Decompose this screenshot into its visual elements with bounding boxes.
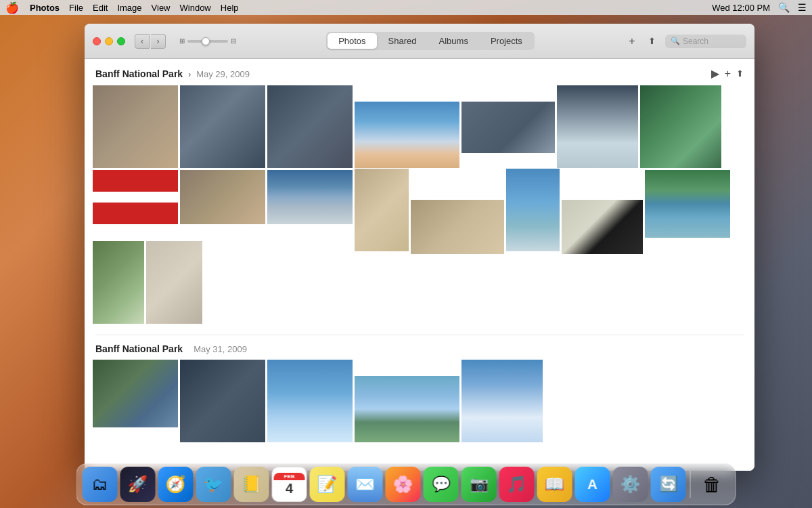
maximize-button[interactable] bbox=[117, 37, 125, 45]
minimize-button[interactable] bbox=[105, 37, 113, 45]
photo-item[interactable] bbox=[267, 170, 353, 224]
photo-item[interactable] bbox=[180, 85, 265, 168]
menubar-photos[interactable]: Photos bbox=[30, 3, 60, 13]
photo-item[interactable] bbox=[267, 85, 353, 168]
photo-item[interactable] bbox=[411, 200, 504, 254]
section-title-group-1: Banff National Park › May 29, 2009 bbox=[95, 68, 250, 79]
dock-mail[interactable]: ✉️ bbox=[348, 467, 383, 502]
traffic-lights bbox=[93, 37, 125, 45]
dock-notes[interactable]: 📝 bbox=[310, 467, 345, 502]
photo-item[interactable] bbox=[355, 102, 459, 168]
spotlight-icon[interactable]: 🔍 bbox=[778, 2, 790, 13]
photo-item[interactable] bbox=[146, 241, 202, 324]
photo-item[interactable] bbox=[180, 170, 265, 224]
add-to-album-button[interactable]: + bbox=[725, 68, 731, 80]
menubar-right: Wed 12:00 PM 🔍 ☰ bbox=[712, 2, 807, 13]
search-icon: 🔍 bbox=[671, 37, 680, 45]
tab-projects[interactable]: Projects bbox=[480, 33, 533, 49]
dock-finder[interactable]: 🗂 bbox=[83, 467, 118, 502]
apple-menu[interactable]: 🍎 bbox=[5, 1, 19, 14]
section-arrow-1[interactable]: › bbox=[188, 70, 191, 79]
dock-safari[interactable]: 🧭 bbox=[158, 467, 194, 502]
dock-ibooks[interactable]: 📖 bbox=[537, 467, 572, 502]
menubar: 🍎 Photos File Edit Image View Window Hel… bbox=[0, 0, 812, 15]
photo-item[interactable] bbox=[557, 85, 638, 168]
dock-syspref[interactable]: ⚙️ bbox=[613, 467, 648, 502]
photo-grid-1 bbox=[85, 85, 754, 335]
menubar-help[interactable]: Help bbox=[221, 3, 239, 13]
upload-button[interactable]: ⬆ bbox=[645, 34, 660, 49]
section-date-2: May 31, 2009 bbox=[194, 344, 247, 354]
photo-item[interactable] bbox=[267, 360, 353, 442]
menubar-edit[interactable]: Edit bbox=[93, 3, 108, 13]
menubar-window[interactable]: Window bbox=[180, 3, 211, 13]
dock-contacts[interactable]: 📒 bbox=[234, 467, 269, 502]
slider-thumb[interactable] bbox=[202, 37, 210, 45]
dock-music[interactable]: 🎵 bbox=[499, 467, 535, 502]
section-date-1: May 29, 2009 bbox=[196, 69, 250, 79]
nav-buttons: ‹ › bbox=[135, 34, 166, 49]
content-area: Banff National Park › May 29, 2009 ▶ + ⬆ bbox=[85, 59, 754, 471]
section-header-1: Banff National Park › May 29, 2009 ▶ + ⬆ bbox=[85, 59, 754, 85]
dock-launchpad[interactable]: 🚀 bbox=[120, 467, 156, 502]
dock-appstore[interactable]: A bbox=[575, 467, 610, 502]
tab-group: Photos Shared Albums Projects bbox=[326, 32, 535, 50]
photo-grid-2 bbox=[85, 360, 754, 453]
control-center-icon[interactable]: ☰ bbox=[798, 2, 807, 13]
tab-shared[interactable]: Shared bbox=[378, 33, 428, 49]
photo-item[interactable] bbox=[180, 360, 265, 442]
dock-separator bbox=[690, 471, 691, 498]
menubar-file[interactable]: File bbox=[69, 3, 83, 13]
photo-item[interactable] bbox=[93, 170, 178, 224]
titlebar: ‹ › ⊞ ⊟ Photos Shared Albums Projects + … bbox=[85, 24, 754, 59]
photo-item[interactable] bbox=[640, 85, 721, 168]
dock-trash[interactable]: 🗑 bbox=[695, 467, 730, 502]
photo-item[interactable] bbox=[645, 170, 730, 238]
section-header-2: Banff National Park May 31, 2009 bbox=[85, 335, 754, 360]
size-slider[interactable]: ⊞ ⊟ bbox=[179, 37, 236, 45]
forward-button[interactable]: › bbox=[151, 34, 166, 49]
section-actions-1: ▶ + ⬆ bbox=[711, 67, 744, 80]
menubar-time: Wed 12:00 PM bbox=[712, 3, 770, 13]
search-box[interactable]: 🔍 Search bbox=[665, 35, 746, 48]
photo-item[interactable] bbox=[506, 169, 560, 251]
size-large-icon: ⊟ bbox=[231, 37, 236, 45]
close-button[interactable] bbox=[93, 37, 101, 45]
dock-migration[interactable]: 🔄 bbox=[651, 467, 686, 502]
section-title-group-2: Banff National Park May 31, 2009 bbox=[95, 343, 247, 354]
titlebar-actions: + ⬆ 🔍 Search bbox=[625, 34, 746, 49]
menubar-view[interactable]: View bbox=[152, 3, 171, 13]
search-placeholder: Search bbox=[683, 37, 708, 46]
photo-item[interactable] bbox=[461, 360, 543, 442]
photos-window: ‹ › ⊞ ⊟ Photos Shared Albums Projects + … bbox=[85, 24, 754, 471]
back-button[interactable]: ‹ bbox=[135, 34, 150, 49]
slider-track[interactable] bbox=[187, 40, 228, 43]
section-title-2: Banff National Park bbox=[95, 343, 183, 354]
tab-albums[interactable]: Albums bbox=[428, 33, 479, 49]
photo-item[interactable] bbox=[461, 102, 555, 153]
dock-twitterific[interactable]: 🐦 bbox=[196, 467, 231, 502]
photo-item[interactable] bbox=[93, 360, 178, 427]
add-button[interactable]: + bbox=[625, 34, 639, 49]
photo-item[interactable] bbox=[93, 85, 178, 168]
slideshow-button[interactable]: ▶ bbox=[711, 67, 719, 80]
photo-item[interactable] bbox=[355, 376, 459, 442]
dock-photos[interactable]: 🌸 bbox=[386, 467, 421, 502]
photo-item[interactable] bbox=[562, 200, 643, 254]
share-button-1[interactable]: ⬆ bbox=[736, 68, 744, 79]
size-small-icon: ⊞ bbox=[179, 37, 185, 45]
dock-facetime[interactable]: 📷 bbox=[461, 467, 497, 502]
dock: 🗂 🚀 🧭 🐦 📒 FEB 4 📝 ✉️ 🌸 💬 📷 🎵 📖 A ⚙️ 🔄 🗑 bbox=[76, 463, 736, 505]
tab-photos[interactable]: Photos bbox=[328, 33, 376, 49]
dock-calendar[interactable]: FEB 4 bbox=[272, 467, 307, 502]
menubar-image[interactable]: Image bbox=[117, 3, 141, 13]
photo-item[interactable] bbox=[93, 241, 144, 324]
dock-messages[interactable]: 💬 bbox=[424, 467, 459, 502]
section-title-1: Banff National Park bbox=[95, 68, 183, 79]
photo-item[interactable] bbox=[355, 169, 409, 251]
